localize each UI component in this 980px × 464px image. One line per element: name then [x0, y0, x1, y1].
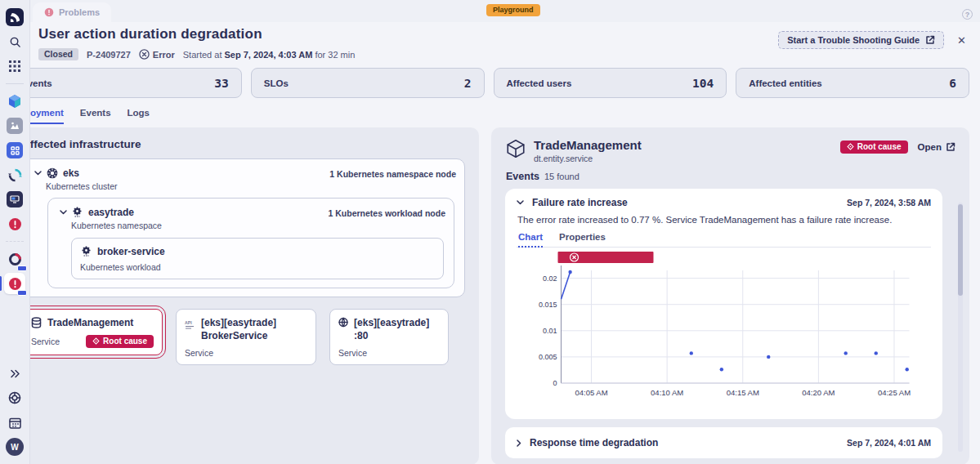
event-card-response-time[interactable]: Response time degradation Sep 7, 2024, 4…	[505, 427, 942, 458]
cluster-type: Kubernetes cluster	[46, 181, 329, 191]
event-header-row[interactable]: Failure rate increase Sep 7, 2024, 3:58 …	[517, 197, 931, 208]
chevron-right-icon[interactable]	[517, 439, 521, 447]
svg-text:04:10 AM: 04:10 AM	[651, 388, 683, 397]
cluster-meta: 1 Kubernetes namespace node	[329, 167, 456, 179]
slo-app-icon[interactable]	[4, 248, 25, 270]
problems-selected-app-icon[interactable]	[4, 273, 25, 294]
section-tabs: Deployment Events Logs	[10, 108, 969, 124]
kubernetes-cluster-icon	[46, 167, 58, 179]
events-found-count: 15 found	[544, 172, 579, 181]
tree-node-namespace[interactable]: easytrade Kubernetes namespace 1 Kuberne…	[47, 198, 454, 288]
open-label: Open	[918, 142, 942, 152]
k8s-gear-icon	[71, 206, 83, 218]
stat-value: 104	[692, 77, 714, 90]
namespace-type: Kubernetes namespace	[71, 221, 328, 230]
service-card-trademanagement[interactable]: TradeManagement Service Root cause	[22, 309, 163, 355]
workflows-app-icon[interactable]	[4, 164, 25, 185]
support-icon[interactable]	[4, 387, 25, 408]
affected-services-row: TradeManagement Service Root cause API […	[22, 309, 465, 365]
api-icon: API	[185, 319, 195, 330]
started-text: Started at Sep 7, 2024, 4:03 AM for 32 m…	[183, 50, 356, 60]
environment-badge[interactable]: Playground	[486, 4, 540, 16]
workload-name: broker-service	[97, 246, 165, 257]
svg-text:04:15 AM: 04:15 AM	[727, 388, 759, 397]
stat-card-events[interactable]: Events 33	[8, 68, 242, 98]
stat-card-slos[interactable]: SLOs 2	[251, 68, 485, 98]
svg-text:04:25 AM: 04:25 AM	[878, 388, 911, 397]
close-icon[interactable]: ✕	[954, 33, 969, 48]
stat-card-affected-users[interactable]: Affected users 104	[494, 68, 727, 98]
stat-card-affected-entities[interactable]: Affected entities 6	[736, 68, 969, 98]
svg-text:0.005: 0.005	[539, 353, 557, 361]
app-rail: W	[0, 0, 30, 464]
help-icon[interactable]: ?	[962, 9, 973, 20]
service-card-brokerservice[interactable]: API [eks][easytrade] BrokerService Servi…	[176, 309, 316, 365]
tab-problems[interactable]: Problems	[33, 2, 111, 22]
calendar-icon[interactable]	[4, 412, 25, 433]
tab-events[interactable]: Events	[80, 108, 111, 124]
started-date: Sep 7, 2024, 4:03 AM	[225, 50, 313, 60]
tab-chart[interactable]: Chart	[518, 232, 543, 248]
service-type: Service	[338, 348, 367, 358]
service-type: Service	[185, 348, 213, 358]
chevron-down-icon[interactable]	[55, 206, 71, 215]
stat-label: Affected entities	[749, 78, 821, 88]
external-link-icon	[946, 142, 955, 152]
stat-label: SLOs	[264, 78, 289, 88]
svg-text:0.02: 0.02	[543, 274, 557, 283]
service-card-port80[interactable]: [eks][easytrade] :80 Service	[329, 309, 449, 365]
dynatrace-logo[interactable]	[4, 7, 25, 28]
event-description: The error rate increased to 0.77 %. Serv…	[517, 215, 931, 225]
apps-grid-icon[interactable]	[4, 56, 25, 77]
expand-rail-icon[interactable]	[4, 363, 25, 384]
problems-tab-label: Problems	[59, 7, 100, 17]
root-cause-badge: Root cause	[86, 335, 154, 348]
namespace-meta: 1 Kubernetes workload node	[328, 206, 445, 218]
search-icon[interactable]	[4, 31, 25, 52]
event-timestamp: Sep 7, 2024, 3:58 AM	[847, 198, 931, 207]
troubleshooting-guide-button[interactable]: Start a Trouble Shooting Guide	[778, 31, 944, 49]
event-timestamp: Sep 7, 2024, 4:01 AM	[847, 438, 931, 448]
stat-label: Affected users	[507, 78, 572, 88]
external-link-icon	[925, 35, 935, 45]
namespace-name: easytrade	[88, 207, 134, 218]
tree-node-workload[interactable]: broker-service Kubernetes workload	[71, 238, 444, 279]
rail-divider-dashed	[6, 241, 24, 242]
svg-text:04:05 AM: 04:05 AM	[575, 388, 607, 397]
problems-tab-icon	[44, 7, 54, 17]
page-title: User action duration degradation	[38, 26, 355, 42]
user-avatar[interactable]: W	[4, 436, 25, 457]
service-name: TradeManagement	[47, 316, 133, 329]
tab-properties[interactable]: Properties	[559, 232, 606, 247]
events-scrollbar-track[interactable]	[958, 203, 963, 452]
event-card-failure-rate: Failure rate increase Sep 7, 2024, 3:58 …	[505, 189, 942, 419]
dashboards-app-icon[interactable]	[4, 115, 25, 136]
chevron-down-icon[interactable]	[29, 167, 46, 176]
infrastructure-app-icon[interactable]	[4, 189, 25, 210]
root-cause-badge: Root cause	[840, 141, 908, 154]
service-type: Service	[31, 337, 60, 346]
root-cause-diamond-icon	[847, 143, 854, 150]
tree-node-cluster[interactable]: eks Kubernetes cluster 1 Kubernetes name…	[22, 158, 465, 297]
events-scrollbar-thumb[interactable]	[958, 204, 963, 296]
globe-icon	[338, 317, 348, 328]
kubernetes-app-icon[interactable]	[4, 91, 25, 112]
entity-subtitle: dt.entity.service	[534, 154, 642, 163]
stats-row: Events 33 SLOs 2 Affected users 104 Affe…	[8, 68, 969, 98]
services-app-icon[interactable]	[4, 140, 25, 161]
status-badge: Closed	[38, 48, 78, 60]
entity-detail-panel: TradeManagement dt.entity.service Root c…	[491, 127, 969, 464]
chevron-down-icon[interactable]	[517, 200, 524, 205]
events-label: Events	[506, 171, 539, 182]
entity-title: TradeManagement	[534, 138, 642, 152]
cluster-name: eks	[63, 167, 79, 179]
svg-text:04:20 AM: 04:20 AM	[802, 388, 835, 397]
problems-app-icon[interactable]	[4, 213, 25, 234]
slo-app-badge	[17, 265, 27, 271]
root-cause-diamond-icon	[92, 337, 100, 345]
tab-logs[interactable]: Logs	[128, 108, 150, 124]
affected-infrastructure-panel: Affected infrastructure eks Kubernetes c…	[8, 127, 479, 464]
open-entity-link[interactable]: Open	[918, 142, 955, 152]
stat-value: 33	[214, 77, 228, 90]
event-tabs: Chart Properties	[517, 232, 931, 248]
